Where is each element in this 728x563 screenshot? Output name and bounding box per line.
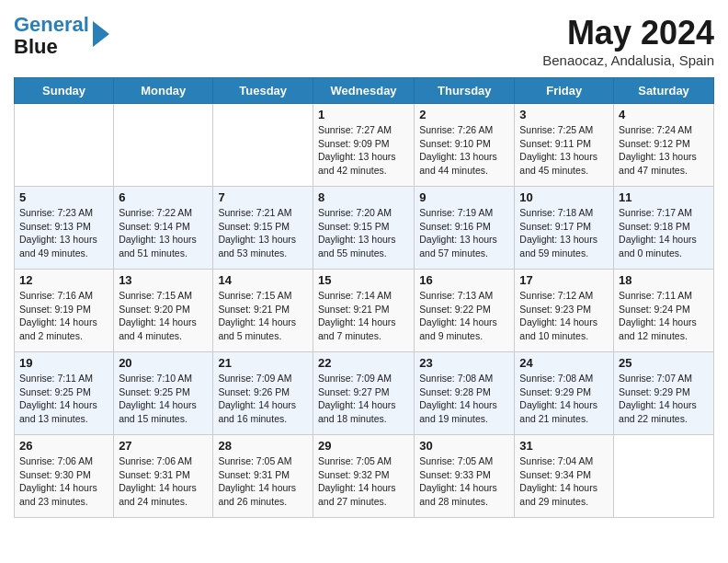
day-number: 4 — [619, 108, 709, 121]
calendar-cell: 7Sunrise: 7:21 AM Sunset: 9:15 PM Daylig… — [213, 187, 313, 270]
day-number: 2 — [419, 108, 509, 121]
day-number: 5 — [19, 190, 108, 204]
calendar-cell: 12Sunrise: 7:16 AM Sunset: 9:19 PM Dayli… — [15, 270, 114, 352]
calendar-cell: 15Sunrise: 7:14 AM Sunset: 9:21 PM Dayli… — [313, 270, 414, 352]
day-info: Sunrise: 7:26 AM Sunset: 9:10 PM Dayligh… — [419, 123, 509, 178]
calendar-cell: 26Sunrise: 7:06 AM Sunset: 9:30 PM Dayli… — [15, 435, 114, 518]
day-info: Sunrise: 7:06 AM Sunset: 9:30 PM Dayligh… — [19, 454, 108, 509]
day-number: 3 — [519, 108, 609, 121]
day-number: 29 — [318, 439, 409, 453]
day-info: Sunrise: 7:08 AM Sunset: 9:28 PM Dayligh… — [419, 372, 509, 426]
logo-arrow-icon — [93, 21, 109, 47]
day-info: Sunrise: 7:07 AM Sunset: 9:29 PM Dayligh… — [619, 372, 709, 426]
calendar-cell: 10Sunrise: 7:18 AM Sunset: 9:17 PM Dayli… — [515, 187, 614, 270]
day-number: 31 — [519, 439, 609, 453]
calendar-week-4: 19Sunrise: 7:11 AM Sunset: 9:25 PM Dayli… — [15, 352, 714, 435]
day-info: Sunrise: 7:25 AM Sunset: 9:11 PM Dayligh… — [519, 123, 609, 178]
day-number: 15 — [318, 273, 409, 287]
day-number: 20 — [119, 356, 208, 370]
day-info: Sunrise: 7:14 AM Sunset: 9:21 PM Dayligh… — [318, 289, 409, 343]
calendar-cell: 25Sunrise: 7:07 AM Sunset: 9:29 PM Dayli… — [614, 352, 714, 435]
weekday-header-sunday: Sunday — [15, 78, 114, 104]
day-info: Sunrise: 7:18 AM Sunset: 9:17 PM Dayligh… — [519, 206, 609, 260]
title-block: May 2024 Benaocaz, Andalusia, Spain — [542, 14, 714, 68]
calendar-cell: 9Sunrise: 7:19 AM Sunset: 9:16 PM Daylig… — [415, 187, 515, 270]
day-info: Sunrise: 7:06 AM Sunset: 9:31 PM Dayligh… — [119, 454, 208, 509]
day-info: Sunrise: 7:15 AM Sunset: 9:20 PM Dayligh… — [119, 289, 208, 343]
calendar-cell: 21Sunrise: 7:09 AM Sunset: 9:26 PM Dayli… — [213, 352, 313, 435]
day-info: Sunrise: 7:17 AM Sunset: 9:18 PM Dayligh… — [619, 206, 709, 260]
day-info: Sunrise: 7:09 AM Sunset: 9:27 PM Dayligh… — [318, 372, 409, 426]
day-info: Sunrise: 7:24 AM Sunset: 9:12 PM Dayligh… — [619, 123, 709, 178]
calendar-cell: 23Sunrise: 7:08 AM Sunset: 9:28 PM Dayli… — [415, 352, 515, 435]
calendar-week-5: 26Sunrise: 7:06 AM Sunset: 9:30 PM Dayli… — [15, 435, 714, 518]
day-number: 9 — [419, 190, 509, 204]
day-number: 10 — [519, 190, 609, 204]
day-number: 8 — [318, 190, 409, 204]
calendar-cell: 27Sunrise: 7:06 AM Sunset: 9:31 PM Dayli… — [114, 435, 213, 518]
day-number: 17 — [519, 273, 609, 287]
day-number: 26 — [19, 439, 108, 453]
day-info: Sunrise: 7:04 AM Sunset: 9:34 PM Dayligh… — [519, 454, 609, 509]
calendar-body: 1Sunrise: 7:27 AM Sunset: 9:09 PM Daylig… — [15, 104, 714, 518]
calendar-week-1: 1Sunrise: 7:27 AM Sunset: 9:09 PM Daylig… — [15, 104, 714, 187]
logo-blue: Blue — [14, 35, 58, 58]
calendar-cell: 6Sunrise: 7:22 AM Sunset: 9:14 PM Daylig… — [114, 187, 213, 270]
day-info: Sunrise: 7:05 AM Sunset: 9:31 PM Dayligh… — [218, 454, 308, 509]
calendar-cell — [15, 104, 114, 187]
logo-general: General — [14, 13, 89, 36]
day-info: Sunrise: 7:27 AM Sunset: 9:09 PM Dayligh… — [318, 123, 409, 178]
day-number: 23 — [419, 356, 509, 370]
calendar-cell: 11Sunrise: 7:17 AM Sunset: 9:18 PM Dayli… — [614, 187, 714, 270]
calendar-cell — [114, 104, 213, 187]
location: Benaocaz, Andalusia, Spain — [542, 52, 714, 68]
calendar-cell: 24Sunrise: 7:08 AM Sunset: 9:29 PM Dayli… — [515, 352, 614, 435]
day-info: Sunrise: 7:12 AM Sunset: 9:23 PM Dayligh… — [519, 289, 609, 343]
day-number: 21 — [218, 356, 308, 370]
day-info: Sunrise: 7:10 AM Sunset: 9:25 PM Dayligh… — [119, 372, 208, 426]
calendar-cell: 16Sunrise: 7:13 AM Sunset: 9:22 PM Dayli… — [415, 270, 515, 352]
day-info: Sunrise: 7:11 AM Sunset: 9:25 PM Dayligh… — [19, 372, 108, 426]
calendar-cell: 22Sunrise: 7:09 AM Sunset: 9:27 PM Dayli… — [313, 352, 414, 435]
day-number: 30 — [419, 439, 509, 453]
calendar-cell: 2Sunrise: 7:26 AM Sunset: 9:10 PM Daylig… — [415, 104, 515, 187]
weekday-header-monday: Monday — [114, 78, 213, 104]
calendar-cell: 19Sunrise: 7:11 AM Sunset: 9:25 PM Dayli… — [15, 352, 114, 435]
calendar-cell — [213, 104, 313, 187]
day-number: 25 — [619, 356, 709, 370]
calendar-cell: 18Sunrise: 7:11 AM Sunset: 9:24 PM Dayli… — [614, 270, 714, 352]
calendar-cell: 3Sunrise: 7:25 AM Sunset: 9:11 PM Daylig… — [515, 104, 614, 187]
day-number: 12 — [19, 273, 108, 287]
calendar-cell: 14Sunrise: 7:15 AM Sunset: 9:21 PM Dayli… — [213, 270, 313, 352]
day-info: Sunrise: 7:23 AM Sunset: 9:13 PM Dayligh… — [19, 206, 108, 260]
weekday-header-tuesday: Tuesday — [213, 78, 313, 104]
day-number: 24 — [519, 356, 609, 370]
calendar-cell: 13Sunrise: 7:15 AM Sunset: 9:20 PM Dayli… — [114, 270, 213, 352]
day-number: 7 — [218, 190, 308, 204]
calendar-cell: 30Sunrise: 7:05 AM Sunset: 9:33 PM Dayli… — [415, 435, 515, 518]
calendar-cell: 31Sunrise: 7:04 AM Sunset: 9:34 PM Dayli… — [515, 435, 614, 518]
calendar-table: SundayMondayTuesdayWednesdayThursdayFrid… — [14, 77, 714, 518]
calendar-cell — [614, 435, 714, 518]
day-info: Sunrise: 7:09 AM Sunset: 9:26 PM Dayligh… — [218, 372, 308, 426]
weekday-header-thursday: Thursday — [415, 78, 515, 104]
day-info: Sunrise: 7:19 AM Sunset: 9:16 PM Dayligh… — [419, 206, 509, 260]
page-header: General Blue May 2024 Benaocaz, Andalusi… — [14, 14, 714, 68]
day-number: 11 — [619, 190, 709, 204]
day-info: Sunrise: 7:11 AM Sunset: 9:24 PM Dayligh… — [619, 289, 709, 343]
calendar-week-2: 5Sunrise: 7:23 AM Sunset: 9:13 PM Daylig… — [15, 187, 714, 270]
day-info: Sunrise: 7:22 AM Sunset: 9:14 PM Dayligh… — [119, 206, 208, 260]
day-number: 19 — [19, 356, 108, 370]
day-info: Sunrise: 7:08 AM Sunset: 9:29 PM Dayligh… — [519, 372, 609, 426]
calendar-cell: 8Sunrise: 7:20 AM Sunset: 9:15 PM Daylig… — [313, 187, 414, 270]
calendar-week-3: 12Sunrise: 7:16 AM Sunset: 9:19 PM Dayli… — [15, 270, 714, 352]
day-number: 6 — [119, 190, 208, 204]
logo: General Blue — [14, 14, 109, 58]
day-info: Sunrise: 7:13 AM Sunset: 9:22 PM Dayligh… — [419, 289, 509, 343]
day-number: 28 — [218, 439, 308, 453]
day-info: Sunrise: 7:21 AM Sunset: 9:15 PM Dayligh… — [218, 206, 308, 260]
calendar-header: SundayMondayTuesdayWednesdayThursdayFrid… — [15, 78, 714, 104]
calendar-cell: 1Sunrise: 7:27 AM Sunset: 9:09 PM Daylig… — [313, 104, 414, 187]
day-info: Sunrise: 7:20 AM Sunset: 9:15 PM Dayligh… — [318, 206, 409, 260]
day-number: 13 — [119, 273, 208, 287]
